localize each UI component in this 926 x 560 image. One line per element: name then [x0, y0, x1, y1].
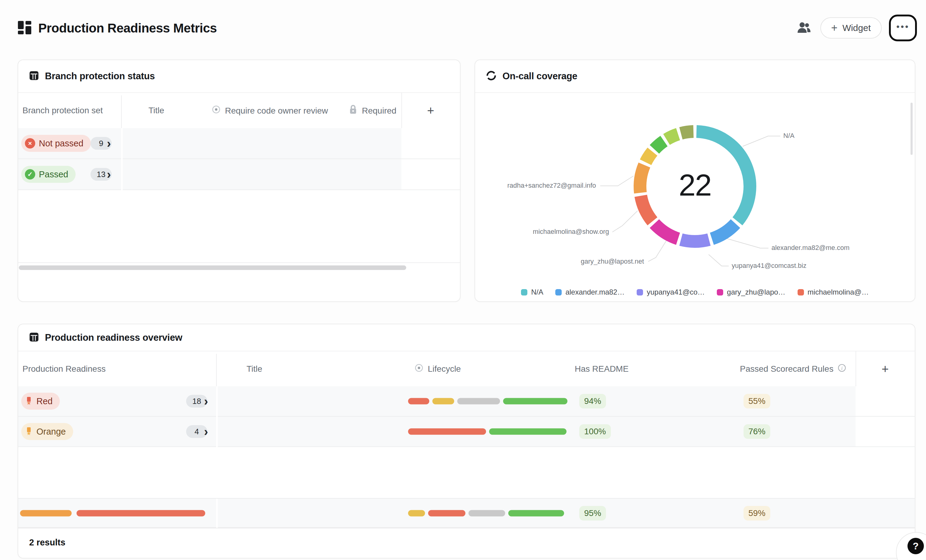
dashboard-icon: [18, 21, 32, 36]
widget-title: Production readiness overview: [45, 332, 182, 343]
donut-slice-2[interactable]: [681, 240, 709, 241]
slice-label: yupanya41@comcast.biz: [732, 262, 806, 270]
horizontal-scrollbar[interactable]: [19, 265, 406, 270]
branch-protection-widget: Branch protection status Branch protecti…: [18, 59, 461, 302]
ellipsis-icon: •••: [896, 21, 909, 32]
column-header-title[interactable]: Title: [148, 106, 164, 115]
column-header-lifecycle[interactable]: Lifecycle: [415, 363, 461, 374]
slice-label: michaelmolina@show.org: [533, 228, 609, 236]
column-header-production-readiness[interactable]: Production Readiness: [23, 364, 106, 374]
medal-icon: ★: [25, 397, 33, 406]
column-header-has-readme[interactable]: Has README: [575, 364, 628, 374]
chevron-right-icon[interactable]: ›: [107, 137, 111, 150]
column-header-require-code-owner-review[interactable]: Require code owner review: [212, 105, 328, 116]
add-column-icon[interactable]: +: [401, 104, 460, 118]
bar-segment: [457, 398, 500, 404]
column-header-required[interactable]: Required: [348, 104, 396, 117]
chevron-right-icon[interactable]: ›: [204, 395, 208, 407]
slice-label: alexander.ma82@me.com: [772, 244, 849, 252]
plus-icon: +: [831, 23, 838, 33]
legend-item[interactable]: yupanya41@co…: [637, 288, 705, 297]
share-users-button[interactable]: [795, 19, 813, 37]
lifecycle-bars: [408, 428, 566, 435]
branch-protection-rows: × Not passed 9 › ✓ Passed 13 ›: [18, 128, 460, 190]
legend-label: N/A: [531, 288, 543, 297]
bar-segment: [408, 398, 429, 404]
summary-row: 95%59%: [18, 498, 915, 528]
radio-circle-icon: [212, 105, 221, 116]
scorecard-rules-value: 55%: [743, 394, 770, 409]
legend-swatch: [637, 289, 643, 295]
bar-segment: [503, 398, 567, 404]
lifecycle-bars: [408, 398, 567, 404]
vertical-scrollbar[interactable]: [911, 103, 912, 155]
bar-segment: [408, 510, 425, 516]
donut-slice-5[interactable]: [640, 165, 644, 192]
readiness-badge[interactable]: ★ Orange: [21, 423, 73, 440]
results-count: 2 results: [29, 537, 65, 548]
legend-item[interactable]: michaelmolina@…: [797, 288, 869, 297]
bar-segment: [428, 510, 465, 516]
table-header-row: Production Readiness Title Lifecycle Has…: [18, 351, 915, 386]
add-widget-button[interactable]: + Widget: [820, 17, 882, 39]
has-readme-value: 100%: [579, 424, 611, 439]
question-mark-icon: ?: [912, 540, 919, 552]
status-badge[interactable]: × Not passed: [21, 135, 91, 152]
medal-icon: ★: [25, 427, 33, 436]
column-header-passed-scorecard-rules[interactable]: Passed Scorecard Rules i: [740, 363, 846, 374]
readiness-badge[interactable]: ★ Red: [21, 393, 60, 410]
legend-item[interactable]: gary_zhu@lapo…: [717, 288, 785, 297]
donut-slice-6[interactable]: [646, 151, 653, 162]
table-row[interactable]: ★ Red 18 › 94% 55%: [18, 386, 915, 417]
table-icon: [29, 332, 39, 343]
column-header-branch-protection-set[interactable]: Branch protection set: [23, 106, 103, 115]
add-column-icon[interactable]: +: [856, 362, 915, 376]
legend-item[interactable]: alexander.ma82…: [555, 288, 625, 297]
column-header-title[interactable]: Title: [247, 364, 262, 374]
table-row[interactable]: ✓ Passed 13 ›: [18, 159, 460, 190]
dashboard-page: Production Readiness Metrics + Widget •: [0, 0, 926, 560]
donut-slice-9[interactable]: [681, 132, 693, 133]
svg-text:i: i: [841, 365, 843, 371]
info-icon: i: [838, 363, 846, 374]
legend-swatch: [717, 289, 723, 295]
has-readme-summary: 95%: [579, 506, 606, 521]
help-button[interactable]: ?: [908, 538, 924, 554]
has-readme-value: 94%: [579, 394, 606, 409]
readiness-distribution-bars: [20, 510, 205, 516]
people-icon: [797, 22, 811, 34]
scorecard-summary: 59%: [743, 506, 770, 521]
chevron-right-icon[interactable]: ›: [204, 425, 208, 437]
widget-title: Branch protection status: [45, 71, 155, 82]
lifecycle-summary-bars: [408, 510, 564, 516]
x-circle-icon: ×: [25, 138, 35, 148]
table-row[interactable]: × Not passed 9 ›: [18, 128, 460, 159]
legend-swatch: [797, 289, 804, 295]
status-badge[interactable]: ✓ Passed: [21, 166, 76, 183]
readiness-label: Red: [36, 396, 53, 406]
slice-label: radha+sanchez72@gmail.info: [507, 182, 596, 189]
bar-segment: [432, 398, 454, 404]
donut-total: 22: [649, 168, 740, 203]
legend-label: alexander.ma82…: [565, 288, 625, 297]
legend-item[interactable]: N/A: [521, 288, 543, 297]
donut-slice-3[interactable]: [655, 224, 678, 239]
radio-circle-icon: [415, 363, 424, 374]
bar-segment: [489, 428, 566, 435]
donut-slice-7[interactable]: [655, 141, 664, 150]
more-options-button[interactable]: •••: [889, 15, 917, 41]
donut-slice-8[interactable]: [666, 134, 678, 139]
donut-slice-1[interactable]: [712, 224, 735, 239]
scorecard-rules-value: 76%: [743, 424, 770, 439]
slice-label: gary_zhu@lapost.net: [581, 257, 644, 265]
legend-swatch: [521, 289, 527, 295]
lock-icon: [348, 104, 358, 117]
status-label: Passed: [39, 170, 68, 180]
table-row[interactable]: ★ Orange 4 › 100% 76%: [18, 417, 915, 447]
add-widget-label: Widget: [843, 23, 871, 33]
oncall-donut-chart: 22 N/A alexander.ma82@me.com yupanya41@c…: [475, 60, 915, 301]
chevron-right-icon[interactable]: ›: [107, 168, 111, 180]
bar-segment: [508, 510, 564, 516]
page-title: Production Readiness Metrics: [38, 21, 217, 36]
legend-label: gary_zhu@lapo…: [727, 288, 785, 297]
